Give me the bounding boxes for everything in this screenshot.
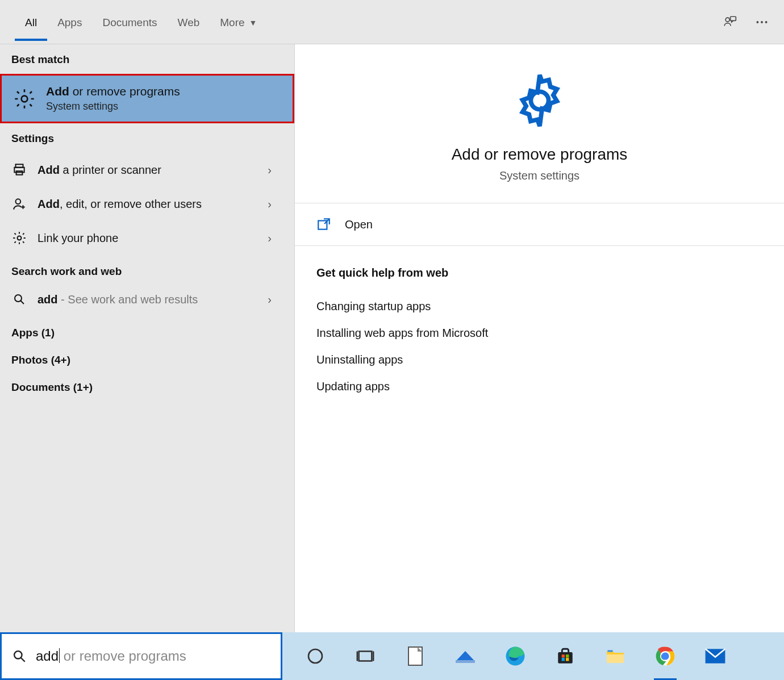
item-rest: a printer or scanner [60,164,161,176]
search-work-web-header: Search work and web [0,255,294,282]
svg-point-0 [725,18,729,22]
search-web-item[interactable]: add - See work and web results › [0,282,294,316]
printer-icon [11,162,27,178]
svg-rect-16 [359,652,372,661]
open-icon [316,217,331,232]
settings-app-icon[interactable] [454,645,477,668]
mail-icon[interactable] [704,645,727,668]
quick-help-block: Get quick help from web Changing startup… [295,246,784,420]
tab-apps[interactable]: Apps [47,3,92,41]
svg-rect-20 [558,652,573,664]
best-match-title-rest: or remove programs [69,85,180,98]
gear-large-icon [508,69,571,132]
file-explorer-icon[interactable] [604,645,627,668]
chevron-right-icon: › [268,198,283,211]
task-view-icon[interactable] [354,645,377,668]
chevron-right-icon: › [268,232,283,245]
svg-point-15 [308,649,322,663]
svg-rect-18 [456,660,475,663]
svg-rect-24 [566,658,569,661]
open-label: Open [345,218,373,231]
chevron-down-icon: ▼ [249,18,257,27]
svg-rect-22 [566,654,569,657]
item-bold: Add [37,164,60,176]
item-bold: add [37,293,58,306]
cortana-icon[interactable] [304,645,327,668]
svg-rect-21 [562,654,565,657]
tab-more-label: More [220,16,244,29]
detail-header: Add or remove programs System settings [295,44,784,203]
edge-icon[interactable] [504,645,527,668]
item-rest: Link your phone [37,232,118,244]
user-add-icon [11,196,27,212]
best-match-title-bold: Add [46,85,69,98]
search-scope-tabs: All Apps Documents Web More ▼ [0,0,784,44]
help-link[interactable]: Changing startup apps [316,293,762,320]
settings-item-link-phone[interactable]: Link your phone › [0,221,294,255]
svg-rect-25 [607,654,624,663]
chrome-icon[interactable] [654,645,677,668]
search-input-wrapper: add or remove programs [36,647,270,665]
settings-header: Settings [0,123,294,153]
search-input[interactable] [36,647,270,665]
chevron-right-icon: › [268,293,283,306]
gear-icon [11,230,27,246]
tab-web[interactable]: Web [168,3,210,41]
tab-more[interactable]: More ▼ [210,3,267,41]
svg-rect-23 [562,658,565,661]
search-icon [11,291,27,307]
quick-help-header: Get quick help from web [316,266,762,279]
tab-documents[interactable]: Documents [92,3,167,41]
chevron-right-icon: › [268,164,283,177]
taskbar: add or remove programs [0,632,784,680]
results-list-pane: Best match Add or remove programs System… [0,44,294,632]
search-icon [12,649,27,664]
svg-point-3 [761,21,763,23]
search-results-content: Best match Add or remove programs System… [0,44,784,632]
svg-point-10 [18,236,22,240]
settings-item-printer[interactable]: Add a printer or scanner › [0,153,294,187]
photos-count[interactable]: Photos (4+) [0,344,294,371]
svg-point-14 [14,651,22,658]
svg-point-11 [15,295,22,302]
item-bold: Add [37,198,60,210]
gear-icon [13,87,36,110]
search-box[interactable]: add or remove programs [0,632,282,680]
best-match-text: Add or remove programs System settings [46,85,180,112]
svg-rect-26 [608,650,613,652]
best-match-subtitle: System settings [46,101,180,112]
best-match-header: Best match [0,44,294,74]
detail-subtitle: System settings [499,169,579,182]
help-link[interactable]: Installing web apps from Microsoft [316,320,762,347]
open-action[interactable]: Open [295,203,784,246]
svg-point-5 [22,95,28,102]
svg-point-12 [531,91,548,109]
svg-rect-1 [731,16,736,20]
libreoffice-icon[interactable] [404,645,427,668]
svg-point-28 [661,652,669,660]
detail-pane: Add or remove programs System settings O… [294,44,784,632]
tab-all[interactable]: All [15,3,47,41]
svg-point-4 [765,21,768,23]
more-options-icon[interactable] [754,15,769,30]
feedback-icon[interactable] [723,15,737,30]
detail-title: Add or remove programs [452,145,628,164]
svg-rect-8 [16,171,23,175]
taskbar-icons [282,632,784,680]
best-match-result[interactable]: Add or remove programs System settings [0,74,294,123]
svg-point-9 [16,199,21,204]
item-rest: , edit, or remove other users [60,198,202,210]
settings-item-users[interactable]: Add, edit, or remove other users › [0,187,294,221]
item-muted: - See work and web results [58,293,198,306]
apps-count[interactable]: Apps (1) [0,316,294,344]
microsoft-store-icon[interactable] [554,645,577,668]
svg-point-2 [756,21,758,23]
help-link[interactable]: Uninstalling apps [316,347,762,373]
help-link[interactable]: Updating apps [316,373,762,400]
documents-count[interactable]: Documents (1+) [0,371,294,398]
